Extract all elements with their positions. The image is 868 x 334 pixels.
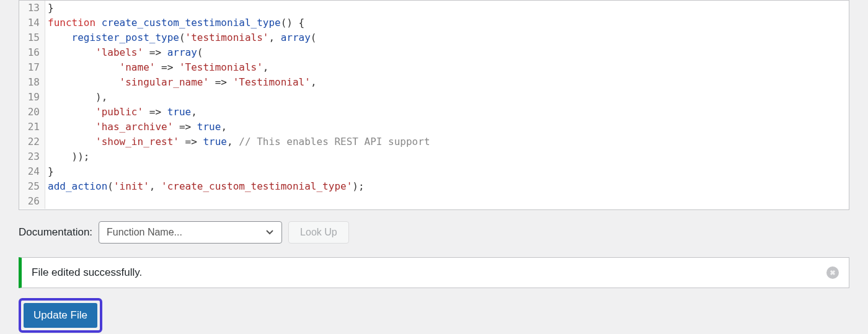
code-content[interactable]: 'show_in_rest' => true, // This enables … xyxy=(45,134,849,149)
code-line[interactable]: 16 'labels' => array( xyxy=(19,45,849,60)
code-content[interactable]: add_action('init', 'create_custom_testim… xyxy=(45,179,849,194)
code-editor[interactable]: 13}14function create_custom_testimonial_… xyxy=(19,0,849,210)
line-number: 16 xyxy=(19,45,45,60)
code-content[interactable]: } xyxy=(45,164,849,179)
code-content[interactable]: } xyxy=(45,1,849,15)
code-line[interactable]: 25add_action('init', 'create_custom_test… xyxy=(19,179,849,194)
update-file-highlight: Update File xyxy=(19,298,102,333)
line-number: 22 xyxy=(19,134,45,149)
line-number: 20 xyxy=(19,105,45,120)
select-placeholder: Function Name... xyxy=(107,227,182,238)
function-name-select[interactable]: Function Name... xyxy=(99,221,282,244)
code-content[interactable]: )); xyxy=(45,149,849,164)
line-number: 25 xyxy=(19,179,45,194)
code-content[interactable]: 'name' => 'Testimonials', xyxy=(45,60,849,75)
line-number: 19 xyxy=(19,90,45,105)
code-line[interactable]: 15 register_post_type('testimonials', ar… xyxy=(19,30,849,45)
line-number: 26 xyxy=(19,194,45,209)
code-content[interactable]: 'has_archive' => true, xyxy=(45,120,849,134)
line-number: 23 xyxy=(19,149,45,164)
code-content[interactable]: register_post_type('testimonials', array… xyxy=(45,30,849,45)
code-line[interactable]: 20 'public' => true, xyxy=(19,105,849,120)
code-content[interactable]: 'singular_name' => 'Testimonial', xyxy=(45,75,849,90)
lookup-button[interactable]: Look Up xyxy=(288,221,349,244)
code-line[interactable]: 21 'has_archive' => true, xyxy=(19,120,849,134)
code-content[interactable]: 'labels' => array( xyxy=(45,45,849,60)
code-line[interactable]: 24} xyxy=(19,164,849,179)
code-line[interactable]: 13} xyxy=(19,1,849,15)
notice-message: File edited successfully. xyxy=(32,266,142,279)
code-line[interactable]: 14function create_custom_testimonial_typ… xyxy=(19,15,849,30)
code-line[interactable]: 18 'singular_name' => 'Testimonial', xyxy=(19,75,849,90)
line-number: 24 xyxy=(19,164,45,179)
code-line[interactable]: 22 'show_in_rest' => true, // This enabl… xyxy=(19,134,849,149)
update-file-button[interactable]: Update File xyxy=(24,303,97,328)
line-number: 18 xyxy=(19,75,45,90)
close-icon[interactable] xyxy=(826,266,839,279)
line-number: 21 xyxy=(19,120,45,134)
line-number: 14 xyxy=(19,15,45,30)
success-notice: File edited successfully. xyxy=(19,257,849,288)
line-number: 13 xyxy=(19,1,45,15)
documentation-label: Documentation: xyxy=(19,226,92,239)
line-number: 17 xyxy=(19,60,45,75)
code-line[interactable]: 26 xyxy=(19,194,849,209)
line-number: 15 xyxy=(19,30,45,45)
code-line[interactable]: 19 ), xyxy=(19,90,849,105)
code-content[interactable]: function create_custom_testimonial_type(… xyxy=(45,15,849,30)
chevron-down-icon xyxy=(265,228,274,237)
code-content[interactable]: 'public' => true, xyxy=(45,105,849,120)
code-content[interactable]: ), xyxy=(45,90,849,105)
code-line[interactable]: 23 )); xyxy=(19,149,849,164)
documentation-row: Documentation: Function Name... Look Up xyxy=(19,221,849,244)
code-line[interactable]: 17 'name' => 'Testimonials', xyxy=(19,60,849,75)
